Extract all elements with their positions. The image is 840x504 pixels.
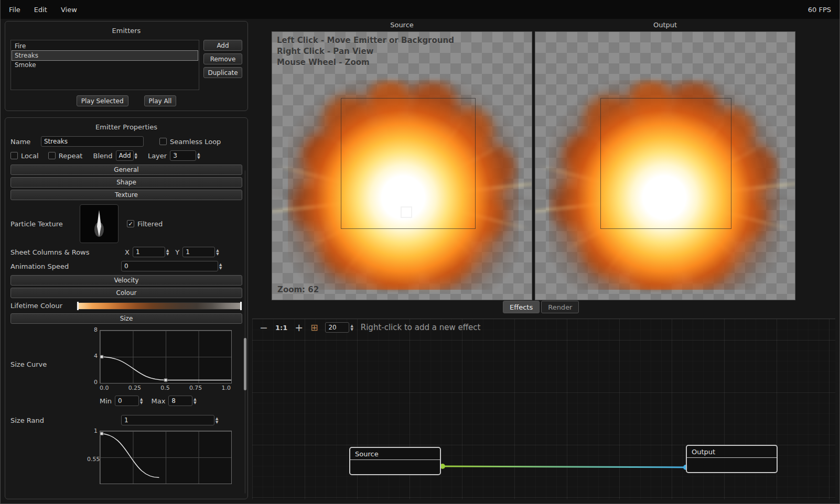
size-curve-ytick: 8 bbox=[87, 326, 98, 333]
zoom-indicator: Zoom: 62 bbox=[277, 285, 319, 294]
size-max-stepper[interactable]: 8 ▲▼ bbox=[168, 396, 196, 406]
section-velocity-button[interactable]: Velocity bbox=[10, 275, 242, 286]
sheet-columns-rows-label: Sheet Columns & Rows bbox=[10, 248, 122, 256]
left-panel: Emitters Fire Streaks Smoke Add Remove D… bbox=[5, 21, 248, 499]
menu-edit[interactable]: Edit bbox=[34, 6, 47, 14]
source-viewport-title: Source bbox=[272, 21, 532, 29]
seamless-loop-checkbox[interactable] bbox=[159, 138, 167, 145]
view-tabs: Effects Render bbox=[503, 301, 579, 313]
source-viewport[interactable]: Left Click - Move Emitter or Background … bbox=[272, 31, 532, 300]
add-emitter-button[interactable]: Add bbox=[203, 40, 242, 51]
min-label: Min bbox=[100, 397, 112, 405]
stepper-arrows-icon[interactable]: ▲▼ bbox=[166, 249, 169, 256]
name-input[interactable]: Streaks bbox=[41, 136, 144, 147]
size-rand-ytick: 1 bbox=[87, 428, 98, 434]
size-min-stepper[interactable]: 0 ▲▼ bbox=[115, 396, 143, 406]
emitter-list-item-streaks[interactable]: Streaks bbox=[12, 51, 198, 60]
stepper-arrows-icon[interactable]: ▲▼ bbox=[140, 398, 143, 404]
size-rand-label: Size Rand bbox=[10, 417, 118, 424]
emitter-properties-title: Emitter Properties bbox=[10, 123, 242, 131]
emitter-properties-panel: Emitter Properties Name Streaks Seamless… bbox=[5, 117, 248, 499]
blend-select[interactable]: Add ▲▼ bbox=[116, 150, 137, 161]
effect-node-editor[interactable]: − 1:1 + ⊞ 20 ▲▼ Right-click to add a new… bbox=[252, 319, 835, 499]
repeat-label: Repeat bbox=[59, 152, 83, 160]
preview-area: Source Output Left Click - Move Emitter … bbox=[252, 21, 835, 499]
gradient-start-marker[interactable] bbox=[77, 302, 79, 310]
play-selected-button[interactable]: Play Selected bbox=[77, 95, 128, 106]
sheet-y-label: Y bbox=[175, 248, 179, 256]
lifetime-colour-label: Lifetime Colour bbox=[10, 302, 73, 310]
gradient-end-marker[interactable] bbox=[240, 302, 242, 310]
local-checkbox[interactable] bbox=[10, 152, 18, 159]
particle-texture-label: Particle Texture bbox=[10, 220, 77, 228]
section-size-button[interactable]: Size bbox=[10, 313, 242, 324]
repeat-checkbox[interactable] bbox=[48, 152, 56, 159]
fps-counter: 60 FPS bbox=[808, 6, 831, 14]
size-curve-label: Size Curve bbox=[10, 360, 89, 368]
properties-scrollbar-thumb[interactable] bbox=[244, 338, 246, 390]
stepper-arrows-icon[interactable]: ▲▼ bbox=[219, 263, 222, 270]
emitter-list[interactable]: Fire Streaks Smoke bbox=[10, 40, 199, 90]
application-window: File Edit View 60 FPS Emitters Fire Stre… bbox=[0, 0, 840, 504]
emitters-panel: Emitters Fire Streaks Smoke Add Remove D… bbox=[5, 21, 248, 111]
animation-speed-label: Animation Speed bbox=[10, 262, 118, 270]
size-curve-xticks: 0.0 0.25 0.5 0.75 1.0 bbox=[100, 385, 231, 391]
menu-file[interactable]: File bbox=[9, 6, 20, 14]
lifetime-colour-gradient[interactable] bbox=[77, 302, 242, 310]
name-label: Name bbox=[10, 138, 38, 146]
output-viewport-title: Output bbox=[535, 21, 795, 29]
filtered-label: Filtered bbox=[137, 220, 163, 228]
size-rand-stepper[interactable]: 1 ▲▼ bbox=[121, 415, 218, 425]
tab-render[interactable]: Render bbox=[541, 301, 579, 313]
stepper-arrows-icon[interactable]: ▲▼ bbox=[135, 152, 137, 159]
menu-bar: File Edit View 60 FPS bbox=[1, 0, 839, 19]
play-all-button[interactable]: Play All bbox=[144, 95, 177, 106]
particle-streak-icon bbox=[89, 209, 110, 239]
sheet-x-stepper[interactable]: 1 ▲▼ bbox=[133, 247, 169, 257]
emitters-title: Emitters bbox=[10, 27, 242, 35]
properties-scrollbar-track[interactable] bbox=[244, 170, 246, 494]
tab-effects[interactable]: Effects bbox=[503, 301, 540, 313]
max-label: Max bbox=[151, 397, 165, 405]
sheet-y-stepper[interactable]: 1 ▲▼ bbox=[182, 247, 219, 257]
local-label: Local bbox=[21, 152, 39, 160]
stepper-arrows-icon[interactable]: ▲▼ bbox=[193, 398, 196, 404]
emitter-list-item-smoke[interactable]: Smoke bbox=[12, 60, 198, 70]
size-curve-ytick: 0 bbox=[87, 379, 98, 386]
layer-stepper[interactable]: 3 ▲▼ bbox=[170, 150, 200, 161]
emitter-list-item-fire[interactable]: Fire bbox=[12, 41, 198, 51]
filtered-checkbox[interactable] bbox=[127, 220, 134, 227]
emitter-bounds-rect bbox=[600, 98, 731, 229]
stepper-arrows-icon[interactable]: ▲▼ bbox=[216, 417, 218, 424]
size-rand-ytick: 0.55 bbox=[87, 456, 98, 463]
section-general-button[interactable]: General bbox=[10, 165, 242, 175]
output-viewport[interactable] bbox=[535, 31, 795, 300]
layer-label: Layer bbox=[148, 152, 167, 160]
stepper-arrows-icon[interactable]: ▲▼ bbox=[197, 152, 200, 159]
node-source[interactable]: Source bbox=[349, 447, 441, 475]
animation-speed-stepper[interactable]: 0 ▲▼ bbox=[121, 261, 222, 271]
viewport-help-overlay: Left Click - Move Emitter or Background … bbox=[277, 35, 454, 68]
stepper-arrows-icon[interactable]: ▲▼ bbox=[216, 249, 219, 256]
sheet-x-label: X bbox=[125, 248, 130, 256]
size-curve-ytick: 4 bbox=[87, 353, 98, 359]
menu-view[interactable]: View bbox=[61, 6, 77, 14]
duplicate-emitter-button[interactable]: Duplicate bbox=[203, 67, 242, 78]
section-shape-button[interactable]: Shape bbox=[10, 177, 242, 188]
emitter-position-handle[interactable] bbox=[401, 206, 412, 218]
node-output[interactable]: Output bbox=[686, 445, 778, 473]
particle-texture-thumbnail[interactable] bbox=[80, 204, 119, 243]
blend-label: Blend bbox=[93, 152, 112, 160]
remove-emitter-button[interactable]: Remove bbox=[203, 53, 242, 64]
size-rand-curve-graph[interactable] bbox=[100, 431, 232, 484]
section-texture-button[interactable]: Texture bbox=[10, 190, 242, 200]
section-colour-button[interactable]: Colour bbox=[10, 288, 242, 298]
size-curve-graph[interactable] bbox=[100, 330, 232, 384]
seamless-loop-label: Seamless Loop bbox=[170, 138, 221, 146]
